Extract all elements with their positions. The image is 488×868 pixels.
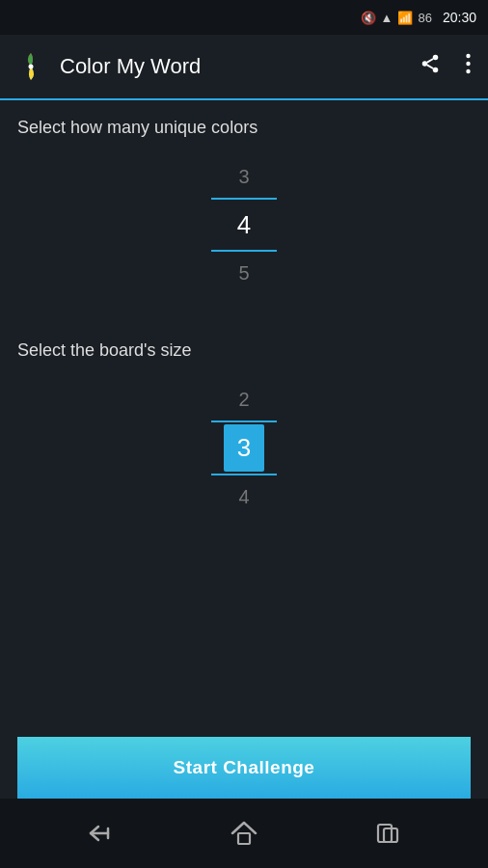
svg-point-0 (29, 65, 34, 69)
start-challenge-container: Start Challenge (17, 737, 471, 799)
svg-point-3 (433, 68, 439, 73)
app-logo (14, 49, 48, 84)
color-picker-section: Select how many unique colors 3 4 5 (17, 118, 471, 321)
svg-point-8 (466, 69, 470, 73)
board-picker-divider-bottom (211, 474, 277, 475)
svg-point-2 (422, 61, 428, 67)
board-picker[interactable]: 2 3 4 (17, 380, 471, 515)
recents-button[interactable] (374, 821, 401, 846)
svg-point-6 (466, 54, 470, 58)
mute-icon: 🔇 (361, 11, 376, 25)
color-picker-divider-top (211, 198, 277, 200)
color-picker-above: 3 (238, 157, 249, 196)
board-size-label: Select the board's size (17, 340, 471, 361)
main-content: Select how many unique colors 3 4 5 Sele… (0, 100, 488, 799)
home-button[interactable] (230, 821, 258, 846)
color-picker-label: Select how many unique colors (17, 118, 471, 138)
wifi-icon: ▲ (381, 11, 393, 25)
more-options-button[interactable] (462, 49, 474, 84)
svg-line-5 (427, 59, 433, 63)
board-picker-above: 2 (238, 380, 249, 419)
color-picker-divider-bottom (211, 250, 277, 252)
svg-line-4 (427, 65, 433, 68)
app-bar: Color My Word (0, 35, 488, 100)
color-picker-selected[interactable]: 4 (224, 202, 264, 248)
color-picker-below: 5 (238, 254, 249, 292)
nav-bar (0, 799, 488, 868)
svg-point-7 (466, 62, 470, 66)
app-title: Color My Word (60, 54, 416, 79)
board-picker-selected[interactable]: 3 (224, 424, 264, 471)
start-challenge-button[interactable]: Start Challenge (17, 737, 471, 799)
status-bar: 🔇 ▲ 📶 86 20:30 (0, 0, 488, 35)
signal-icon: 📶 (397, 11, 413, 25)
svg-rect-11 (238, 833, 250, 844)
battery-level: 86 (418, 11, 431, 25)
board-picker-below: 4 (238, 477, 249, 516)
share-button[interactable] (416, 49, 445, 84)
board-size-section: Select the board's size 2 3 4 (17, 340, 471, 544)
app-bar-actions (416, 49, 474, 84)
status-icons: 🔇 ▲ 📶 86 20:30 (361, 10, 476, 25)
battery-icon: 86 (418, 11, 431, 25)
back-button[interactable] (87, 823, 114, 844)
svg-point-1 (433, 55, 439, 61)
color-picker[interactable]: 3 4 5 (17, 157, 471, 292)
board-picker-divider-top (211, 420, 277, 422)
status-time: 20:30 (443, 10, 476, 25)
